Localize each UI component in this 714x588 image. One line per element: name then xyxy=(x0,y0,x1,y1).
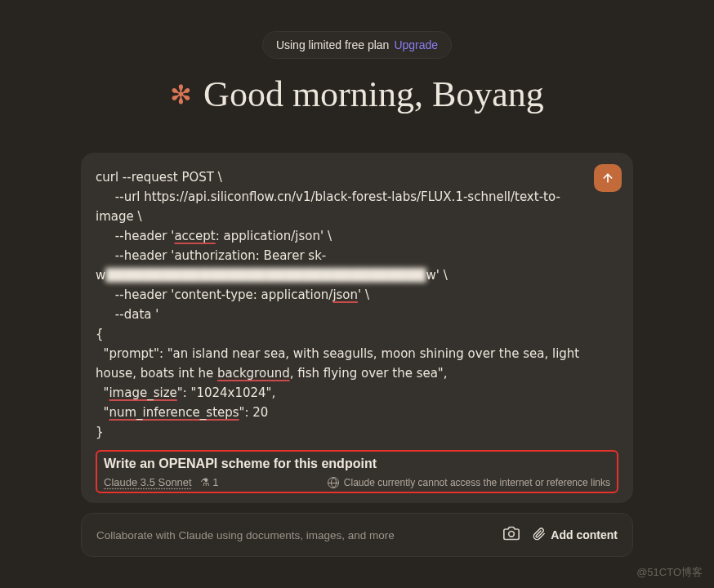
internet-warning: Claude currently cannot access the inter… xyxy=(328,477,610,488)
message-input[interactable]: curl --request POST \ --url https://api.… xyxy=(96,167,618,442)
chat-input-container: curl --request POST \ --url https://api.… xyxy=(81,153,633,503)
arrow-up-icon xyxy=(601,172,614,185)
model-selector[interactable]: Claude 3.5 Sonnet xyxy=(104,476,192,488)
paperclip-icon xyxy=(533,528,546,543)
attachment-bar: Collaborate with Claude using documents,… xyxy=(81,513,633,557)
send-button[interactable] xyxy=(594,164,622,192)
add-content-button[interactable]: Add content xyxy=(533,528,618,543)
camera-button[interactable] xyxy=(503,525,520,545)
greeting-text: Good morning, Boyang xyxy=(203,74,544,115)
highlighted-region: Write an OPENAPI scheme for this endpoin… xyxy=(96,450,618,493)
greeting: ✻ Good morning, Boyang xyxy=(0,74,714,115)
starburst-icon: ✻ xyxy=(170,79,192,110)
collab-hint: Collaborate with Claude using documents,… xyxy=(96,529,395,541)
user-query-text: Write an OPENAPI scheme for this endpoin… xyxy=(104,457,610,471)
meta-row: Claude 3.5 Sonnet ⚗ 1 Claude currently c… xyxy=(104,476,610,488)
globe-icon xyxy=(328,477,339,488)
plan-badge: Using limited free plan Upgrade xyxy=(262,31,452,59)
svg-point-1 xyxy=(509,532,515,537)
camera-icon xyxy=(503,525,520,541)
plan-text: Using limited free plan xyxy=(276,38,390,51)
flask-icon[interactable]: ⚗ 1 xyxy=(200,476,219,488)
watermark: @51CTO博客 xyxy=(636,565,703,580)
upgrade-link[interactable]: Upgrade xyxy=(394,38,438,51)
